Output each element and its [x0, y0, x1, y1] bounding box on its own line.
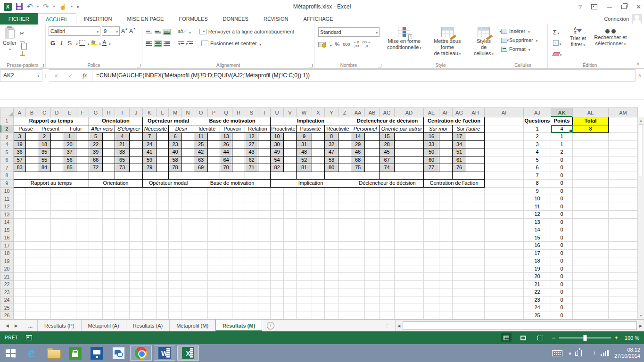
cell[interactable]: [395, 312, 424, 319]
alignment-dialog-launcher-icon[interactable]: [309, 64, 313, 67]
cell[interactable]: [365, 226, 380, 234]
column-header-U[interactable]: U: [271, 108, 284, 117]
cell[interactable]: [51, 249, 63, 257]
cell[interactable]: [365, 234, 380, 242]
cell[interactable]: [76, 156, 89, 164]
cell[interactable]: [51, 257, 63, 265]
account-area[interactable]: Connexion: [604, 13, 642, 25]
cell[interactable]: [284, 187, 297, 195]
cell[interactable]: [245, 234, 258, 242]
macro-record-icon[interactable]: [26, 335, 32, 340]
cell[interactable]: [351, 296, 365, 304]
row-header-21[interactable]: 21: [0, 273, 14, 281]
row-header-12[interactable]: 12: [0, 203, 14, 211]
cell[interactable]: [208, 265, 220, 273]
cell[interactable]: [220, 265, 232, 273]
cell[interactable]: [220, 218, 232, 226]
cell[interactable]: [194, 257, 208, 265]
row-header-6[interactable]: 6: [0, 156, 14, 164]
merge-center-button[interactable]: Fusionner et centrer: [210, 41, 256, 46]
cell[interactable]: [380, 257, 395, 265]
vertical-scroll-track[interactable]: [638, 177, 644, 312]
cell[interactable]: [380, 211, 395, 219]
cell[interactable]: [182, 304, 194, 312]
value-cell[interactable]: 23: [169, 140, 182, 148]
group-header-cell[interactable]: Rapport au temps: [14, 117, 89, 125]
cell[interactable]: [26, 296, 38, 304]
cell[interactable]: [103, 288, 115, 296]
column-header-AB[interactable]: AB: [365, 108, 380, 117]
group-footer-cell[interactable]: Implication: [271, 180, 351, 188]
cell[interactable]: [208, 273, 220, 281]
cell[interactable]: [424, 257, 439, 265]
cell[interactable]: [466, 304, 485, 312]
cell[interactable]: [365, 273, 380, 281]
row-header-20[interactable]: 20: [0, 265, 14, 273]
cell[interactable]: [365, 257, 380, 265]
cell[interactable]: [143, 296, 157, 304]
value-cell[interactable]: 31: [297, 140, 312, 148]
cell[interactable]: [466, 257, 485, 265]
cell[interactable]: [208, 164, 220, 172]
cell[interactable]: [232, 249, 245, 257]
value-cell[interactable]: 25: [194, 140, 208, 148]
cell[interactable]: [169, 312, 182, 319]
question-number-cell[interactable]: 5: [524, 156, 551, 164]
cell[interactable]: [38, 257, 51, 265]
cell[interactable]: [232, 288, 245, 296]
cell[interactable]: [284, 164, 297, 172]
cell[interactable]: [439, 288, 453, 296]
column-header-AJ[interactable]: AJ: [524, 108, 551, 117]
column-header-T[interactable]: T: [258, 108, 271, 117]
cell[interactable]: [143, 242, 157, 250]
cell[interactable]: [297, 304, 312, 312]
cell[interactable]: [284, 218, 297, 226]
cell[interactable]: [573, 234, 609, 242]
points-value-cell[interactable]: 0: [551, 288, 573, 296]
cell[interactable]: [339, 234, 351, 242]
cell[interactable]: [194, 304, 208, 312]
cell[interactable]: [232, 226, 245, 234]
cancel-icon[interactable]: [54, 71, 58, 80]
cell[interactable]: [258, 164, 271, 172]
cell[interactable]: [115, 218, 130, 226]
cell[interactable]: [258, 249, 271, 257]
value-cell[interactable]: 30: [271, 140, 284, 148]
name-box[interactable]: AK2: [0, 69, 42, 82]
cell[interactable]: [76, 280, 89, 288]
cell[interactable]: [232, 218, 245, 226]
cell[interactable]: [380, 312, 395, 319]
column-header-O[interactable]: O: [194, 108, 208, 117]
cell[interactable]: [339, 226, 351, 234]
value-cell[interactable]: 24: [143, 140, 157, 148]
cell[interactable]: [130, 195, 143, 203]
category-cell[interactable]: Nécessité: [143, 125, 169, 133]
cell[interactable]: [573, 156, 609, 164]
value-cell[interactable]: 74: [380, 164, 395, 172]
help-icon[interactable]: [578, 4, 582, 10]
value-cell[interactable]: 44: [220, 148, 232, 156]
cell[interactable]: [232, 304, 245, 312]
row-header-16[interactable]: 16: [0, 234, 14, 242]
cell[interactable]: [51, 218, 63, 226]
formula-input[interactable]: =CNUM(GAUCHE(INDEX('Métaprofil (M)'!D:D;…: [92, 69, 636, 82]
avatar[interactable]: [632, 14, 642, 24]
row-header-3[interactable]: 3: [0, 133, 14, 141]
cell[interactable]: [609, 257, 638, 265]
cell[interactable]: [143, 195, 157, 203]
cell[interactable]: [245, 203, 258, 211]
cell[interactable]: [220, 187, 232, 195]
scroll-up-icon[interactable]: ▲: [638, 117, 644, 124]
cell[interactable]: [194, 265, 208, 273]
cell[interactable]: [208, 296, 220, 304]
cell[interactable]: [51, 148, 63, 156]
ribbon-display-options-icon[interactable]: [591, 4, 597, 9]
cell[interactable]: [51, 273, 63, 281]
questions-header-cell[interactable]: Questions: [524, 117, 551, 125]
cell[interactable]: [157, 140, 169, 148]
cell[interactable]: [258, 242, 271, 250]
cell[interactable]: [453, 226, 466, 234]
cell[interactable]: [609, 296, 638, 304]
cell[interactable]: [63, 203, 76, 211]
cell[interactable]: [51, 234, 63, 242]
